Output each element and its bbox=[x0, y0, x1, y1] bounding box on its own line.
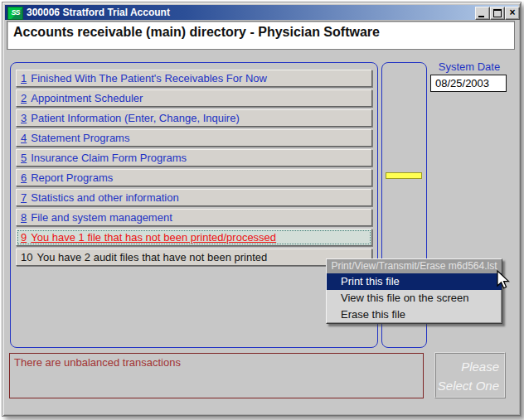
file-context-menu: Print/View/Transmit/Erase m6d564.lst Pri… bbox=[326, 258, 502, 324]
minimize-icon bbox=[478, 16, 484, 17]
menu-item-number: 5 bbox=[21, 152, 27, 164]
context-menu-item-print[interactable]: Print this file bbox=[327, 273, 502, 290]
application-window: SS 300006 Stratford Trial Account × Acco… bbox=[2, 2, 522, 417]
title-bar[interactable]: SS 300006 Stratford Trial Account bbox=[5, 5, 518, 20]
yellow-indicator-bar bbox=[386, 172, 422, 179]
menu-item-label: Report Programs bbox=[31, 171, 113, 184]
maximize-icon bbox=[493, 9, 502, 17]
menu-item-number: 3 bbox=[21, 112, 27, 124]
menu-item-8[interactable]: 8File and system management bbox=[16, 209, 372, 226]
maximize-button[interactable] bbox=[490, 7, 505, 20]
menu-item-6[interactable]: 6Report Programs bbox=[16, 169, 372, 186]
menu-item-label: Insurance Claim Form Programs bbox=[31, 152, 187, 164]
close-button[interactable]: × bbox=[505, 7, 520, 20]
menu-item-number: 6 bbox=[21, 171, 27, 184]
context-menu-item-erase[interactable]: Erase this file bbox=[327, 307, 502, 323]
menu-item-number: 4 bbox=[21, 132, 27, 144]
menu-item-label: Finished With The Patient's Receivables … bbox=[31, 72, 267, 84]
menu-item-number: 10 bbox=[21, 251, 32, 263]
minimize-button[interactable] bbox=[475, 7, 490, 20]
system-date-field[interactable] bbox=[430, 75, 507, 92]
select-prompt-line1: Please bbox=[436, 357, 499, 376]
menu-item-label: You have 1 file that has not been printe… bbox=[31, 231, 276, 244]
mouse-cursor-icon bbox=[496, 270, 511, 295]
menu-item-7[interactable]: 7Statistics and other information bbox=[16, 189, 372, 206]
menu-item-label: Patient Information (Enter, Change, Inqu… bbox=[31, 112, 239, 124]
header-panel: Accounts receivable (main) directory - P… bbox=[7, 21, 515, 50]
select-prompt-panel: Please Select One bbox=[434, 352, 506, 398]
menu-item-number: 2 bbox=[21, 92, 27, 104]
menu-item-label: You have 2 audit files that have not bee… bbox=[36, 251, 267, 263]
menu-item-number: 9 bbox=[21, 231, 27, 244]
menu-item-1[interactable]: 1Finished With The Patient's Receivables… bbox=[16, 70, 372, 87]
menu-item-9-unprinted-file[interactable]: 9You have 1 file that has not been print… bbox=[16, 229, 372, 246]
menu-item-5[interactable]: 5Insurance Claim Form Programs bbox=[16, 149, 372, 167]
menu-item-label: File and system management bbox=[31, 211, 172, 224]
status-message-panel: There are unbalanced transactions bbox=[9, 353, 424, 398]
context-menu-item-view[interactable]: View this file on the screen bbox=[327, 290, 502, 307]
context-menu-title: Print/View/Transmit/Erase m6d564.lst bbox=[327, 259, 502, 273]
menu-item-number: 7 bbox=[21, 191, 27, 204]
menu-item-3[interactable]: 3Patient Information (Enter, Change, Inq… bbox=[16, 109, 372, 127]
menu-item-4[interactable]: 4Statement Programs bbox=[16, 129, 372, 147]
page-title: Accounts receivable (main) directory - P… bbox=[13, 25, 380, 40]
menu-list-panel: 1Finished With The Patient's Receivables… bbox=[10, 62, 378, 348]
menu-item-10-audit-files[interactable]: 10You have 2 audit files that have not b… bbox=[16, 249, 372, 266]
menu-item-2[interactable]: 2Appointment Scheduler bbox=[16, 89, 372, 107]
stratford-logo-icon: SS bbox=[7, 7, 23, 20]
menu-item-number: 1 bbox=[21, 72, 27, 84]
menu-item-label: Statistics and other information bbox=[31, 191, 178, 204]
status-message: There are unbalanced transactions bbox=[14, 356, 181, 369]
menu-item-label: Statement Programs bbox=[31, 132, 129, 144]
window-title: 300006 Stratford Trial Account bbox=[27, 5, 170, 20]
menu-item-label: Appointment Scheduler bbox=[31, 92, 143, 104]
menu-item-number: 8 bbox=[21, 211, 27, 224]
system-date-label: System Date bbox=[429, 60, 510, 73]
select-prompt-line2: Select One bbox=[436, 376, 499, 395]
